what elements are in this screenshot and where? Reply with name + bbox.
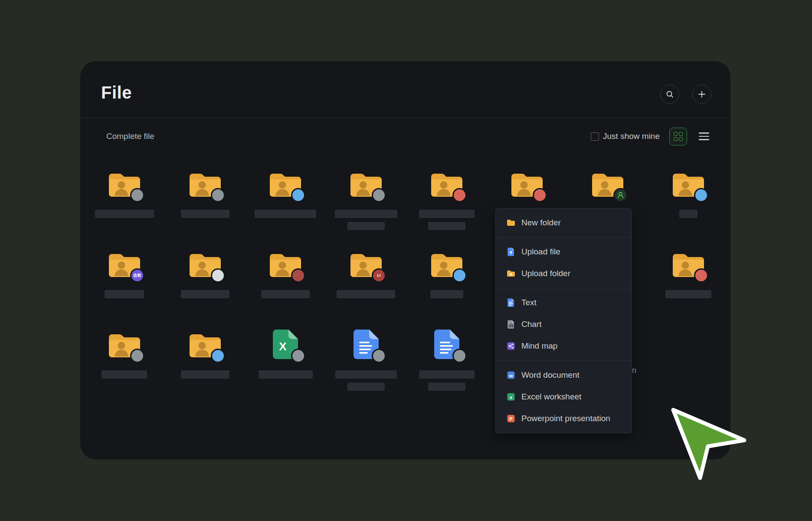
file-icon-wrap: LI xyxy=(326,247,406,279)
file-name-placeholder xyxy=(181,370,229,379)
menu-item-upload-folder[interactable]: Upload folder xyxy=(496,263,632,284)
add-button[interactable] xyxy=(692,85,711,104)
search-button[interactable] xyxy=(660,85,679,104)
file-icon-wrap xyxy=(84,328,165,359)
file-name-placeholder xyxy=(347,222,385,230)
svg-text:P: P xyxy=(509,416,512,422)
file-item[interactable] xyxy=(84,167,165,247)
file-name-placeholder-group xyxy=(181,370,229,379)
file-item[interactable] xyxy=(245,167,326,247)
file-name-placeholder-group xyxy=(181,210,229,218)
file-name-placeholder xyxy=(428,222,465,230)
file-icon-wrap xyxy=(245,167,326,198)
file-icon-wrap xyxy=(567,167,648,198)
list-view-icon xyxy=(699,132,709,134)
just-show-mine-filter[interactable]: Just show mine xyxy=(591,132,660,141)
file-name-placeholder xyxy=(335,210,397,218)
plus-icon xyxy=(697,90,706,99)
file-item[interactable] xyxy=(165,328,246,408)
menu-item-label: Upload folder xyxy=(521,269,570,278)
file-item[interactable] xyxy=(245,247,326,328)
avatar-initials: 志程 xyxy=(133,274,141,277)
menu-item-powerpoint-presentation[interactable]: PPowerpoint presentation xyxy=(496,408,632,429)
file-icon-wrap xyxy=(487,167,567,198)
file-item[interactable] xyxy=(648,167,729,247)
file-icon-wrap xyxy=(326,167,406,198)
menu-item-label: Upload file xyxy=(521,247,560,257)
owner-avatar-badge xyxy=(452,349,467,363)
file-name-placeholder xyxy=(261,290,310,298)
file-name-placeholder-group xyxy=(419,370,475,391)
create-menu: New folder Upload fileUpload folder Text… xyxy=(495,208,632,433)
avatar-initials: LI xyxy=(377,274,380,277)
owner-avatar-badge: 志程 xyxy=(130,268,144,283)
file-icon-wrap: X xyxy=(245,328,326,359)
menu-item-upload-file[interactable]: Upload file xyxy=(496,241,632,263)
file-item[interactable]: 志程 xyxy=(84,247,165,328)
owner-avatar-badge xyxy=(372,188,386,202)
owner-avatar-badge xyxy=(452,188,467,202)
file-icon-wrap xyxy=(326,328,406,359)
file-icon-wrap xyxy=(406,247,487,279)
file-name-placeholder xyxy=(347,383,385,391)
file-item[interactable] xyxy=(326,167,406,247)
menu-group: Upload fileUpload folder xyxy=(496,237,632,288)
file-name-placeholder xyxy=(181,290,229,298)
file-icon-wrap xyxy=(245,247,326,279)
file-manager-window: File Complete file Just show mine xyxy=(80,61,730,459)
file-name-placeholder xyxy=(419,210,475,218)
owner-avatar-badge xyxy=(130,188,144,202)
file-icon-wrap xyxy=(406,328,487,359)
menu-item-chart[interactable]: Chart xyxy=(496,313,632,335)
file-name-placeholder-group xyxy=(337,290,395,298)
menu-group: New folder xyxy=(496,208,632,237)
page-title: File xyxy=(101,83,132,102)
file-item[interactable] xyxy=(326,328,406,408)
menu-item-excel-worksheet[interactable]: xExcel worksheet xyxy=(496,386,632,408)
file-name-placeholder xyxy=(665,290,711,298)
file-item[interactable] xyxy=(406,328,487,408)
file-name-placeholder xyxy=(428,383,465,391)
file-item[interactable] xyxy=(165,247,246,328)
menu-item-new-folder[interactable]: New folder xyxy=(496,212,632,234)
menu-item-text[interactable]: Text xyxy=(496,292,632,313)
file-icon-wrap xyxy=(165,247,246,279)
owner-avatar-badge xyxy=(211,188,225,202)
file-item[interactable] xyxy=(406,247,487,328)
file-icon-wrap xyxy=(648,167,729,198)
file-item[interactable] xyxy=(648,247,729,328)
just-show-mine-label: Just show mine xyxy=(603,132,660,141)
menu-group: wWord documentxExcel worksheetPPowerpoin… xyxy=(496,361,632,433)
file-name-placeholder-group xyxy=(95,210,154,218)
file-name-placeholder xyxy=(337,290,395,298)
just-show-mine-checkbox[interactable] xyxy=(591,132,599,141)
file-name-placeholder xyxy=(95,210,154,218)
menu-item-label: New folder xyxy=(521,218,561,228)
file-name-placeholder-group xyxy=(105,290,144,298)
owner-avatar-badge xyxy=(291,349,305,363)
text-icon xyxy=(506,298,516,307)
svg-text:X: X xyxy=(279,340,287,353)
menu-item-word-document[interactable]: wWord document xyxy=(496,364,632,386)
owner-avatar-badge xyxy=(130,349,144,363)
file-item[interactable] xyxy=(165,167,246,247)
file-name-placeholder xyxy=(259,370,313,379)
file-name-placeholder-group xyxy=(259,370,313,379)
file-item[interactable] xyxy=(406,167,487,247)
file-item[interactable]: LI xyxy=(326,247,406,328)
grid-view-button[interactable] xyxy=(669,128,687,145)
excel-icon: x xyxy=(506,392,516,402)
file-name-placeholder xyxy=(102,370,147,379)
file-name-placeholder-group xyxy=(665,290,711,298)
powerpoint-icon: P xyxy=(506,414,516,423)
list-view-button[interactable] xyxy=(697,129,711,144)
file-item[interactable] xyxy=(84,328,165,408)
file-name-placeholder-group xyxy=(419,210,475,230)
menu-item-mind-map[interactable]: Mind map xyxy=(496,335,632,357)
file-name-placeholder xyxy=(181,210,229,218)
toolbar-right: Just show mine xyxy=(591,128,711,145)
toolbar: Complete file Just show mine xyxy=(106,127,711,145)
word-icon: w xyxy=(506,370,516,380)
owner-avatar-badge xyxy=(452,268,467,283)
file-item[interactable]: X xyxy=(245,328,326,408)
